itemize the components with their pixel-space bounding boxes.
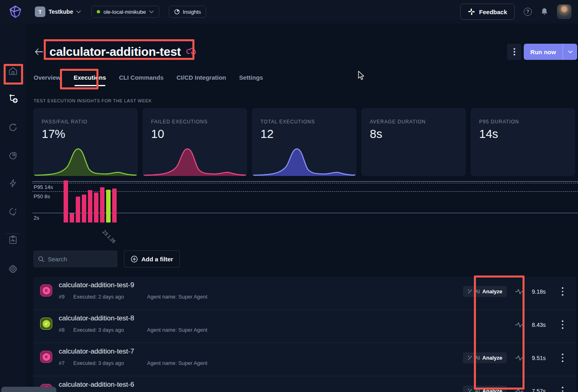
rotate-sparkle-icon [8,207,18,216]
execution-title: calculator-addition-test-9 [59,281,134,289]
duration-bar[interactable] [88,190,92,222]
kebab-icon [562,286,563,297]
execution-number: #7 [59,360,73,366]
card-label: P95 DURATION [479,119,519,125]
row-kebab-menu[interactable] [555,320,571,330]
environment-selector[interactable]: ole-local-minikube [92,6,159,18]
plus-circle-icon [131,256,138,263]
duration-bar[interactable] [100,187,105,222]
slack-icon [468,8,475,15]
duration-bar[interactable] [64,180,68,222]
execution-meta: #8 Executed: 3 days ago Agent name: Supe… [59,327,207,333]
sparkline-pink [143,145,247,176]
execution-duration: 9.18s [532,288,555,295]
waveform-icon [515,288,524,295]
card-pass-fail-ratio: PASS/FAIL RATIO 17% [33,108,138,176]
run-now-dropdown[interactable] [563,44,577,60]
row-kebab-menu[interactable] [555,386,571,392]
insights-label: Insights [183,9,201,15]
execution-row[interactable]: ✓ calculator-addition-test-8 #8 Executed… [33,310,576,343]
execution-row[interactable]: ✕ calculator-addition-test-6 AI Analyze … [33,376,576,392]
tab-executions[interactable]: Executions [74,71,106,87]
tab-overview[interactable]: Overview [34,71,61,87]
sidebar-item-triggers[interactable] [8,178,18,188]
tab-bar: Overview Executions CLI Commands CI/CD I… [34,71,263,87]
notifications-bell-icon[interactable] [541,8,548,16]
testkube-logo-icon[interactable] [7,4,23,20]
search-icon [38,256,44,262]
card-label: AVERAGE DURATION [370,119,426,125]
env-status-dot [97,10,100,13]
execution-time: Executed: 2 days ago [73,294,147,300]
sidebar-item-insights[interactable] [8,151,18,161]
execution-agent: Agent name: Super Agent [147,327,207,333]
help-icon[interactable]: ? [524,8,532,16]
header-kebab-menu[interactable] [507,44,521,60]
tab-cicd-integration[interactable]: CI/CD Integration [177,71,226,87]
back-arrow-icon[interactable] [34,48,44,56]
sparkline-indigo [252,145,356,176]
sparkline-green [33,145,138,176]
chevron-down-icon [76,10,81,13]
duration-bar[interactable] [112,189,117,222]
duration-bar[interactable] [76,197,80,222]
execution-title: calculator-addition-test-6 [59,381,134,389]
top-bar: T Testkube ole-local-minikube Insights F… [0,0,578,23]
waveform-icon [515,388,524,392]
sidebar-item-webhooks[interactable] [8,207,18,216]
page-header: calculator-addition-test Run now [26,40,578,63]
analyze-label: Analyze [482,355,502,361]
analyze-label: Analyze [482,288,502,295]
add-filter-button[interactable]: Add a filter [124,250,180,267]
tab-cli-commands[interactable]: CLI Commands [119,71,164,87]
org-name: Testkube [49,8,73,15]
card-average-duration: AVERAGE DURATION 8s [361,108,466,176]
sidebar-item-executions[interactable] [8,123,18,132]
insights-button[interactable]: Insights [169,6,206,18]
duration-bar[interactable] [70,213,74,222]
ai-analyze-button[interactable]: AI Analyze [463,352,507,363]
search-input[interactable] [48,256,109,263]
kebab-icon [514,47,515,57]
home-icon [8,66,18,76]
execution-row[interactable]: ✕ calculator-addition-test-7 #7 Executed… [33,343,576,376]
sidebar-item-settings[interactable] [8,264,18,274]
gear-icon [8,264,18,274]
tab-settings[interactable]: Settings [239,71,263,87]
run-now-button[interactable]: Run now [524,44,563,60]
duration-bar[interactable] [106,190,111,222]
card-value: 12 [260,127,273,141]
sidebar-divider [6,233,20,234]
ai-analyze-button[interactable]: AI Analyze [463,286,507,297]
row-kebab-menu[interactable] [555,286,571,297]
sidebar-nav [0,23,26,392]
card-failed-executions: FAILED EXECUTIONS 10 [143,108,247,176]
execution-row[interactable]: ✕ calculator-addition-test-9 #9 Executed… [33,277,576,310]
sidebar-item-dashboard[interactable] [8,66,18,76]
row-kebab-menu[interactable] [555,353,571,363]
sidebar-item-status-pages[interactable] [8,235,18,245]
workflow-add-icon [8,93,19,104]
status-failed-icon: ✕ [40,351,52,363]
user-avatar[interactable] [557,4,572,19]
execution-agent: Agent name: Super Agent [147,360,207,366]
sidebar-item-test-workflows[interactable] [8,93,18,103]
storm-cloud-icon [186,47,197,57]
env-name: ole-local-minikube [103,9,146,15]
ai-analyze-button[interactable]: AI Analyze [463,386,507,392]
card-value: 10 [151,127,164,141]
insights-caption: TEST EXECUTION INSIGHTS FOR THE LAST WEE… [34,98,152,103]
chevron-down-icon [149,10,154,13]
execution-time: Executed: 3 days ago [73,360,147,366]
card-value: 8s [370,127,382,141]
clipboard-pulse-icon [8,235,18,245]
feedback-button[interactable]: Feedback [460,4,515,20]
lightning-icon [8,178,18,188]
org-switcher[interactable]: T Testkube [35,6,81,17]
duration-bar[interactable] [94,193,98,222]
card-value: 17% [42,127,65,141]
duration-bar[interactable] [82,195,86,222]
magic-wand-icon [467,388,473,392]
execution-title: calculator-addition-test-8 [59,314,134,322]
org-badge: T [35,6,45,17]
